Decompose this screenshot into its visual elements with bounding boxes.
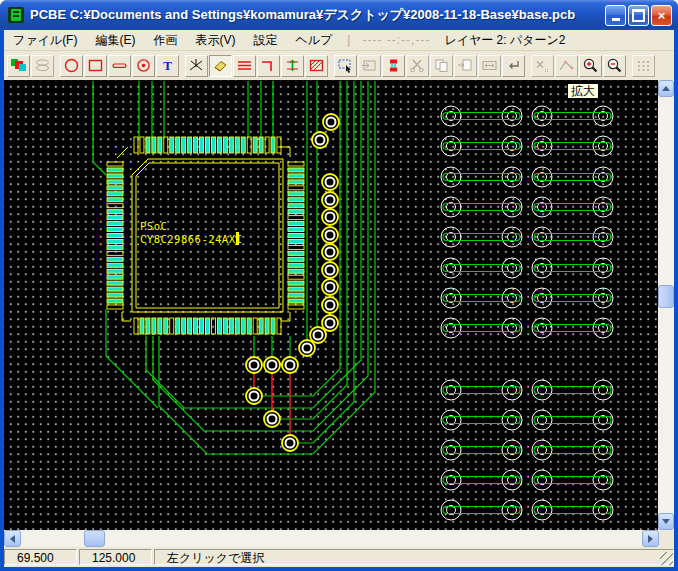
arrow-down-icon	[662, 519, 670, 524]
pad-grid	[441, 106, 613, 520]
resize-grip[interactable]	[660, 552, 673, 565]
select-tool-button[interactable]	[334, 55, 357, 77]
app-icon	[7, 6, 25, 24]
pad-stack-button	[31, 55, 54, 77]
arrow-left-icon	[10, 535, 15, 543]
stretch-button	[478, 55, 501, 77]
paste-button	[454, 55, 477, 77]
maximize-button[interactable]	[628, 5, 649, 26]
pad-pair-tool-button[interactable]	[382, 55, 405, 77]
ic-label-line2: CY8C29866-24AXI	[140, 233, 242, 245]
vertical-scrollbar[interactable]	[658, 80, 674, 530]
delete-vertex-button	[531, 55, 554, 77]
menu-help[interactable]: ヘルプ	[286, 30, 341, 51]
junction-tool-button[interactable]	[281, 55, 304, 77]
copy-button	[430, 55, 453, 77]
title-bar[interactable]: PCBE C:¥Documents and Settings¥komamura¥…	[0, 0, 678, 30]
arrow-right-icon	[648, 535, 653, 543]
status-y-coordinate: 125.000	[79, 549, 152, 565]
text-tool-button[interactable]: T	[156, 55, 179, 77]
zoom-out-button[interactable]	[603, 55, 626, 77]
undo-button[interactable]	[502, 55, 525, 77]
vertical-scroll-thumb[interactable]	[658, 285, 674, 308]
pad-tool-button[interactable]	[132, 55, 155, 77]
ic-label-line1: PSoC	[140, 220, 167, 232]
move-tool-button	[358, 55, 381, 77]
scroll-down-button[interactable]	[658, 513, 674, 530]
pcb-drawing: PSoCCY8C29866-24AXI	[4, 80, 658, 530]
scroll-left-button[interactable]	[4, 530, 21, 547]
zoom-in-button[interactable]	[579, 55, 602, 77]
status-hint: 左クリックで選択	[154, 549, 674, 565]
layer-colors-button[interactable]	[7, 55, 30, 77]
edit-vertex-button	[555, 55, 578, 77]
pcb-canvas[interactable]: PSoCCY8C29866-24AXI 拡大	[4, 80, 658, 530]
window-title: PCBE C:¥Documents and Settings¥komamura¥…	[30, 6, 605, 24]
close-button[interactable]: ×	[651, 5, 672, 26]
coordinate-placeholder: ---- --:--,---	[356, 33, 436, 47]
horizontal-scrollbar[interactable]	[4, 530, 659, 547]
eraser-tool-button[interactable]	[209, 55, 232, 77]
scroll-right-button[interactable]	[642, 530, 659, 547]
status-bar: 69.500 125.000 左クリックで選択	[4, 549, 674, 567]
pattern-line-tool-button[interactable]	[233, 55, 256, 77]
horizontal-scroll-thumb[interactable]	[84, 530, 105, 547]
menu-file[interactable]: ファイル(F)	[4, 30, 86, 51]
app-window: PCBE C:¥Documents and Settings¥komamura¥…	[0, 0, 678, 571]
ic-footprint: PSoCCY8C29866-24AXI	[107, 137, 304, 334]
zoom-tooltip: 拡大	[567, 83, 599, 99]
rectangle-tool-button[interactable]	[84, 55, 107, 77]
cut-button	[406, 55, 429, 77]
menu-view[interactable]: 表示(V)	[186, 30, 244, 51]
fill-tool-button[interactable]	[305, 55, 328, 77]
text-caret	[236, 232, 239, 245]
menu-separator: |	[341, 33, 356, 47]
scroll-up-button[interactable]	[658, 80, 674, 97]
wire-tool-button[interactable]	[185, 55, 208, 77]
menu-draw[interactable]: 作画	[144, 30, 186, 51]
circle-tool-button[interactable]	[60, 55, 83, 77]
status-x-coordinate: 69.500	[4, 549, 77, 565]
arrow-up-icon	[662, 86, 670, 91]
scrollbar-corner	[659, 530, 674, 547]
svg-text:T: T	[163, 58, 172, 73]
layer-indicator[interactable]: レイヤー 2: パターン2	[436, 32, 573, 49]
grid-button	[632, 55, 655, 77]
menu-edit[interactable]: 編集(E)	[86, 30, 144, 51]
line-tool-button[interactable]	[108, 55, 131, 77]
menu-bar: ファイル(F)編集(E)作画表示(V)設定ヘルプ | ---- --:--,--…	[4, 30, 674, 51]
menu-settings[interactable]: 設定	[244, 30, 286, 51]
bend-line-tool-button[interactable]	[257, 55, 280, 77]
toolbar: T	[4, 51, 674, 80]
minimize-button[interactable]	[605, 5, 626, 26]
